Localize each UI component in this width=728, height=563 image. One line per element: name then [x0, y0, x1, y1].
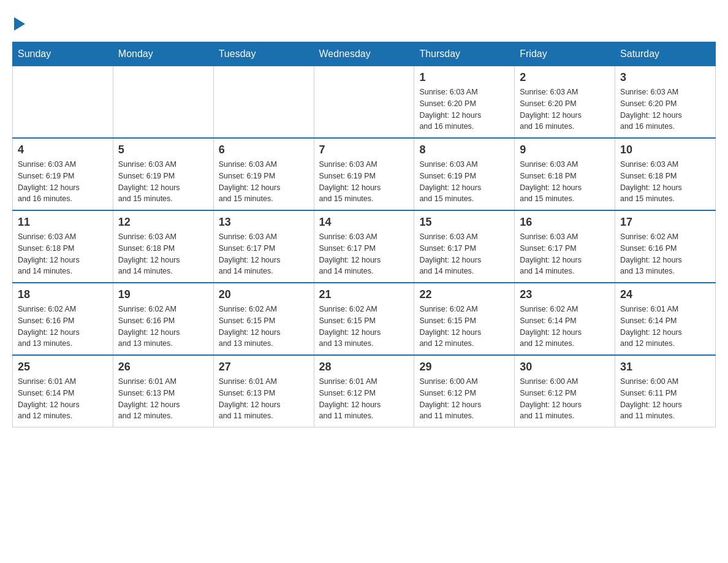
day-number: 24	[620, 288, 710, 301]
day-number: 4	[18, 144, 108, 156]
table-row: 15Sunrise: 6:03 AMSunset: 6:17 PMDayligh…	[414, 210, 515, 283]
column-header-tuesday: Tuesday	[213, 42, 314, 66]
day-info: Sunrise: 6:00 AMSunset: 6:12 PMDaylight:…	[419, 376, 509, 422]
day-info: Sunrise: 6:01 AMSunset: 6:13 PMDaylight:…	[219, 376, 309, 422]
table-row: 5Sunrise: 6:03 AMSunset: 6:19 PMDaylight…	[113, 138, 213, 210]
day-number: 28	[319, 361, 409, 373]
table-row: 22Sunrise: 6:02 AMSunset: 6:15 PMDayligh…	[414, 283, 515, 355]
table-row: 4Sunrise: 6:03 AMSunset: 6:19 PMDaylight…	[13, 138, 113, 210]
table-row: 19Sunrise: 6:02 AMSunset: 6:16 PMDayligh…	[113, 283, 213, 355]
table-row: 31Sunrise: 6:00 AMSunset: 6:11 PMDayligh…	[615, 355, 716, 427]
day-number: 18	[18, 288, 108, 301]
day-number: 2	[520, 71, 610, 84]
table-row: 13Sunrise: 6:03 AMSunset: 6:17 PMDayligh…	[213, 210, 314, 283]
day-number: 13	[219, 216, 309, 229]
day-info: Sunrise: 6:03 AMSunset: 6:17 PMDaylight:…	[319, 231, 409, 277]
svg-marker-0	[14, 17, 25, 31]
day-number: 3	[620, 71, 710, 84]
day-info: Sunrise: 6:03 AMSunset: 6:19 PMDaylight:…	[419, 159, 509, 205]
day-number: 5	[118, 144, 208, 156]
calendar-table: SundayMondayTuesdayWednesdayThursdayFrid…	[12, 42, 716, 427]
day-info: Sunrise: 6:02 AMSunset: 6:15 PMDaylight:…	[419, 304, 509, 350]
day-info: Sunrise: 6:03 AMSunset: 6:19 PMDaylight:…	[118, 159, 208, 205]
column-header-monday: Monday	[113, 42, 213, 66]
day-info: Sunrise: 6:02 AMSunset: 6:15 PMDaylight:…	[219, 304, 309, 350]
day-info: Sunrise: 6:01 AMSunset: 6:14 PMDaylight:…	[18, 376, 108, 422]
page-header	[12, 12, 716, 31]
day-number: 8	[419, 144, 509, 156]
logo-flag-icon	[14, 17, 25, 31]
table-row: 2Sunrise: 6:03 AMSunset: 6:20 PMDaylight…	[515, 66, 615, 139]
table-row: 3Sunrise: 6:03 AMSunset: 6:20 PMDaylight…	[615, 66, 716, 139]
day-number: 11	[18, 216, 108, 229]
day-info: Sunrise: 6:01 AMSunset: 6:12 PMDaylight:…	[319, 376, 409, 422]
table-row: 17Sunrise: 6:02 AMSunset: 6:16 PMDayligh…	[615, 210, 716, 283]
day-info: Sunrise: 6:03 AMSunset: 6:19 PMDaylight:…	[219, 159, 309, 205]
day-info: Sunrise: 6:02 AMSunset: 6:16 PMDaylight:…	[118, 304, 208, 350]
column-header-friday: Friday	[515, 42, 615, 66]
day-info: Sunrise: 6:03 AMSunset: 6:19 PMDaylight:…	[18, 159, 108, 205]
day-info: Sunrise: 6:03 AMSunset: 6:20 PMDaylight:…	[419, 86, 509, 132]
table-row: 27Sunrise: 6:01 AMSunset: 6:13 PMDayligh…	[213, 355, 314, 427]
table-row: 26Sunrise: 6:01 AMSunset: 6:13 PMDayligh…	[113, 355, 213, 427]
day-number: 23	[520, 288, 610, 301]
table-row: 8Sunrise: 6:03 AMSunset: 6:19 PMDaylight…	[414, 138, 515, 210]
day-info: Sunrise: 6:03 AMSunset: 6:19 PMDaylight:…	[319, 159, 409, 205]
day-info: Sunrise: 6:01 AMSunset: 6:14 PMDaylight:…	[620, 304, 710, 350]
day-info: Sunrise: 6:03 AMSunset: 6:17 PMDaylight:…	[520, 231, 610, 277]
day-info: Sunrise: 6:03 AMSunset: 6:18 PMDaylight:…	[620, 159, 710, 205]
day-number: 6	[219, 144, 309, 156]
day-info: Sunrise: 6:03 AMSunset: 6:18 PMDaylight:…	[118, 231, 208, 277]
day-info: Sunrise: 6:03 AMSunset: 6:18 PMDaylight:…	[18, 231, 108, 277]
table-row	[314, 66, 414, 139]
table-row: 10Sunrise: 6:03 AMSunset: 6:18 PMDayligh…	[615, 138, 716, 210]
table-row: 7Sunrise: 6:03 AMSunset: 6:19 PMDaylight…	[314, 138, 414, 210]
table-row: 25Sunrise: 6:01 AMSunset: 6:14 PMDayligh…	[13, 355, 113, 427]
table-row: 21Sunrise: 6:02 AMSunset: 6:15 PMDayligh…	[314, 283, 414, 355]
calendar-week-row: 4Sunrise: 6:03 AMSunset: 6:19 PMDaylight…	[13, 138, 716, 210]
day-info: Sunrise: 6:03 AMSunset: 6:17 PMDaylight:…	[219, 231, 309, 277]
table-row: 18Sunrise: 6:02 AMSunset: 6:16 PMDayligh…	[13, 283, 113, 355]
day-number: 27	[219, 361, 309, 373]
day-info: Sunrise: 6:03 AMSunset: 6:17 PMDaylight:…	[419, 231, 509, 277]
table-row	[213, 66, 314, 139]
day-info: Sunrise: 6:02 AMSunset: 6:16 PMDaylight:…	[18, 304, 108, 350]
day-info: Sunrise: 6:00 AMSunset: 6:12 PMDaylight:…	[520, 376, 610, 422]
day-number: 17	[620, 216, 710, 229]
day-number: 15	[419, 216, 509, 229]
column-header-wednesday: Wednesday	[314, 42, 414, 66]
table-row: 1Sunrise: 6:03 AMSunset: 6:20 PMDaylight…	[414, 66, 515, 139]
day-info: Sunrise: 6:01 AMSunset: 6:13 PMDaylight:…	[118, 376, 208, 422]
day-info: Sunrise: 6:02 AMSunset: 6:14 PMDaylight:…	[520, 304, 610, 350]
calendar-header-row: SundayMondayTuesdayWednesdayThursdayFrid…	[13, 42, 716, 66]
table-row: 24Sunrise: 6:01 AMSunset: 6:14 PMDayligh…	[615, 283, 716, 355]
column-header-sunday: Sunday	[13, 42, 113, 66]
table-row: 29Sunrise: 6:00 AMSunset: 6:12 PMDayligh…	[414, 355, 515, 427]
day-info: Sunrise: 6:03 AMSunset: 6:20 PMDaylight:…	[520, 86, 610, 132]
day-number: 25	[18, 361, 108, 373]
day-number: 16	[520, 216, 610, 229]
day-number: 20	[219, 288, 309, 301]
day-number: 19	[118, 288, 208, 301]
table-row: 6Sunrise: 6:03 AMSunset: 6:19 PMDaylight…	[213, 138, 314, 210]
logo	[12, 17, 25, 31]
day-number: 12	[118, 216, 208, 229]
day-number: 1	[419, 71, 509, 84]
column-header-thursday: Thursday	[414, 42, 515, 66]
table-row: 16Sunrise: 6:03 AMSunset: 6:17 PMDayligh…	[515, 210, 615, 283]
calendar-week-row: 18Sunrise: 6:02 AMSunset: 6:16 PMDayligh…	[13, 283, 716, 355]
day-number: 29	[419, 361, 509, 373]
day-number: 7	[319, 144, 409, 156]
day-info: Sunrise: 6:03 AMSunset: 6:18 PMDaylight:…	[520, 159, 610, 205]
table-row	[13, 66, 113, 139]
day-number: 26	[118, 361, 208, 373]
table-row: 30Sunrise: 6:00 AMSunset: 6:12 PMDayligh…	[515, 355, 615, 427]
day-number: 9	[520, 144, 610, 156]
day-number: 21	[319, 288, 409, 301]
table-row: 9Sunrise: 6:03 AMSunset: 6:18 PMDaylight…	[515, 138, 615, 210]
table-row: 28Sunrise: 6:01 AMSunset: 6:12 PMDayligh…	[314, 355, 414, 427]
day-info: Sunrise: 6:02 AMSunset: 6:16 PMDaylight:…	[620, 231, 710, 277]
day-info: Sunrise: 6:02 AMSunset: 6:15 PMDaylight:…	[319, 304, 409, 350]
day-number: 30	[520, 361, 610, 373]
table-row: 20Sunrise: 6:02 AMSunset: 6:15 PMDayligh…	[213, 283, 314, 355]
